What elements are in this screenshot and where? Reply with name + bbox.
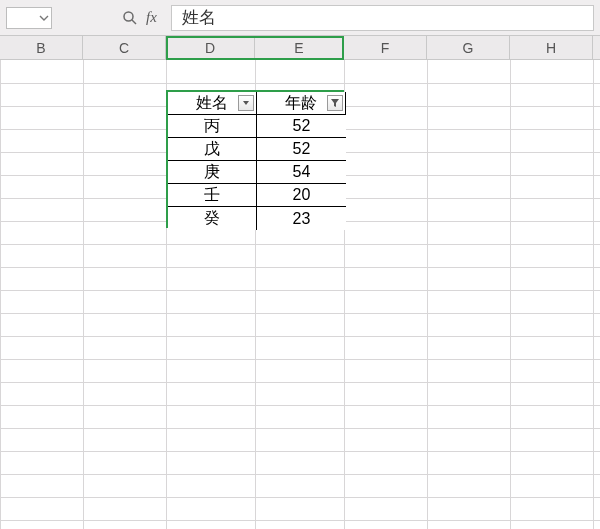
formula-input[interactable]: 姓名	[171, 5, 594, 31]
table-row-text: 23	[293, 210, 311, 228]
table-row[interactable]: 52	[257, 138, 346, 161]
svg-point-0	[124, 12, 133, 21]
column-header-B[interactable]: B	[0, 36, 83, 59]
table-row[interactable]: 庚	[168, 161, 257, 184]
table-row-text: 戊	[204, 139, 220, 160]
column-header-G[interactable]: G	[427, 36, 510, 59]
table-row-text: 丙	[204, 116, 220, 137]
table-row[interactable]: 23	[257, 207, 346, 230]
search-icon[interactable]	[122, 10, 138, 26]
column-header-H[interactable]: H	[510, 36, 593, 59]
table-row[interactable]: 戊	[168, 138, 257, 161]
table-header-age-text: 年龄	[285, 93, 317, 114]
svg-line-1	[132, 20, 136, 24]
fx-icon[interactable]: fx	[146, 9, 157, 26]
table-row[interactable]: 癸	[168, 207, 257, 230]
name-box[interactable]	[6, 7, 52, 29]
column-header-C[interactable]: C	[83, 36, 166, 59]
chevron-down-icon	[39, 13, 49, 23]
table-header-name-text: 姓名	[196, 93, 228, 114]
table-row-text: 20	[293, 186, 311, 204]
column-header-F[interactable]: F	[344, 36, 427, 59]
column-header-E[interactable]: E	[255, 36, 344, 59]
table-row[interactable]: 52	[257, 115, 346, 138]
table-row-text: 壬	[204, 185, 220, 206]
table-row[interactable]: 54	[257, 161, 346, 184]
table-row-text: 52	[293, 117, 311, 135]
table-row-text: 52	[293, 140, 311, 158]
table-header-name[interactable]: 姓名	[168, 92, 257, 115]
formula-bar-icons: fx	[62, 9, 157, 26]
table-row-text: 癸	[204, 208, 220, 229]
table-row[interactable]: 壬	[168, 184, 257, 207]
table-row[interactable]: 20	[257, 184, 346, 207]
table-row-text: 54	[293, 163, 311, 181]
table-row[interactable]: 丙	[168, 115, 257, 138]
table-row-text: 庚	[204, 162, 220, 183]
filter-active-icon[interactable]	[327, 95, 343, 111]
column-headers: BCDEFGH	[0, 36, 600, 60]
formula-bar: fx 姓名	[0, 0, 600, 36]
formula-value: 姓名	[182, 6, 216, 29]
data-table: 姓名年龄丙52戊52庚54壬20癸23	[166, 90, 344, 228]
filter-dropdown-icon[interactable]	[238, 95, 254, 111]
column-header-D[interactable]: D	[166, 36, 255, 59]
table-header-age[interactable]: 年龄	[257, 92, 346, 115]
